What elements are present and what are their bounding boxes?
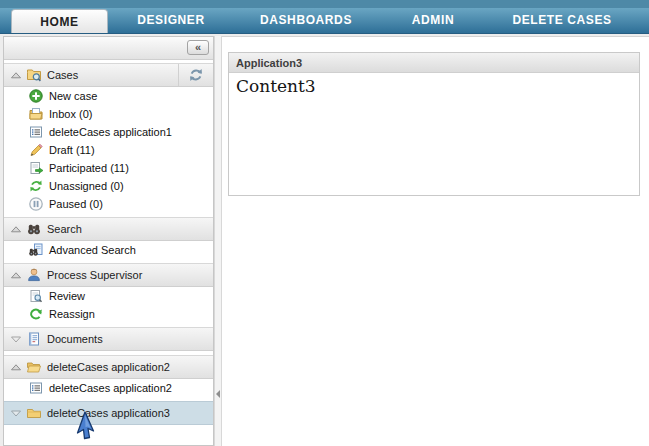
top-strip <box>0 0 649 8</box>
application-window: HOME DESIGNER DASHBOARDS ADMIN DELETE CA… <box>0 0 649 446</box>
participated-arrow-icon <box>28 160 44 176</box>
sidebar-section-cases[interactable]: Cases <box>4 63 213 87</box>
sidebar-item-label: Advanced Search <box>49 244 136 256</box>
main-content: Application3 Content3 <box>222 36 649 446</box>
unassigned-recycle-icon <box>28 178 44 194</box>
application-panel: Application3 Content3 <box>228 52 640 196</box>
case-list-icon <box>28 380 44 396</box>
panel-content-text: Content3 <box>236 76 316 96</box>
sidebar-item-advanced-search[interactable]: Advanced Search <box>4 241 213 259</box>
sidebar-section-search[interactable]: Search <box>4 217 213 241</box>
sidebar-item-label: deleteCases application1 <box>49 126 172 138</box>
sidebar-item-review[interactable]: Review <box>4 287 213 305</box>
triangle-down-icon <box>10 333 22 345</box>
sidebar-item-deletecases-application1[interactable]: deleteCases application1 <box>4 123 213 141</box>
sidebar-section-deletecases-application2[interactable]: deleteCases application2 <box>4 355 213 379</box>
triangle-up-icon <box>10 223 22 235</box>
tab-admin[interactable]: ADMIN <box>375 8 491 33</box>
sidebar-item-label: Inbox (0) <box>49 108 92 120</box>
sidebar-section-label: deleteCases application2 <box>47 361 170 373</box>
tab-home[interactable]: HOME <box>11 9 108 33</box>
sidebar-item-label: Draft (11) <box>49 144 95 156</box>
sidebar-section-label: deleteCases application3 <box>47 407 170 419</box>
sidebar-item-participated[interactable]: Participated (11) <box>4 159 213 177</box>
sidebar-item-new-case[interactable]: New case <box>4 87 213 105</box>
paused-icon <box>28 196 44 212</box>
sidebar-item-label: New case <box>49 90 97 102</box>
sidebar-toolbar: « <box>4 37 213 60</box>
panel-title: Application3 <box>236 57 302 69</box>
sidebar-section-label: Cases <box>47 69 78 81</box>
reassign-arrow-icon <box>28 306 44 322</box>
sidebar-section-label: Documents <box>47 333 103 345</box>
review-magnifier-icon <box>28 288 44 304</box>
main-navbar: HOME DESIGNER DASHBOARDS ADMIN DELETE CA… <box>0 8 649 34</box>
refresh-icon[interactable] <box>187 66 205 84</box>
refresh-cell <box>178 64 213 86</box>
sidebar-item-label: Reassign <box>49 308 95 320</box>
splitter[interactable] <box>214 36 222 446</box>
sidebar-item-paused[interactable]: Paused (0) <box>4 195 213 213</box>
case-list-icon <box>28 124 44 140</box>
panel-header: Application3 <box>229 53 639 73</box>
sidebar-item-label: Unassigned (0) <box>49 180 124 192</box>
tab-dashboards[interactable]: DASHBOARDS <box>245 8 367 33</box>
supervisor-person-icon <box>26 267 42 283</box>
cases-folder-search-icon <box>26 67 42 83</box>
splitter-collapse-icon[interactable] <box>216 390 220 398</box>
draft-pencil-icon <box>28 142 44 158</box>
sidebar-item-reassign[interactable]: Reassign <box>4 305 213 323</box>
sidebar-item-label: deleteCases application2 <box>49 382 172 394</box>
sidebar-section-deletecases-application3[interactable]: deleteCases application3 <box>4 401 213 425</box>
advanced-search-icon <box>28 242 44 258</box>
triangle-up-icon <box>10 269 22 281</box>
binoculars-icon <box>26 221 42 237</box>
panel-body: Content3 <box>229 73 639 99</box>
folder-closed-icon <box>26 405 42 421</box>
sidebar: « Cases <box>3 36 214 446</box>
documents-icon <box>26 331 42 347</box>
new-case-plus-icon <box>28 88 44 104</box>
sidebar-item-deletecases-application2[interactable]: deleteCases application2 <box>4 379 213 397</box>
tab-delete-cases[interactable]: DELETE CASES <box>498 8 626 33</box>
sidebar-section-process-supervisor[interactable]: Process Supervisor <box>4 263 213 287</box>
inbox-folder-icon <box>28 106 44 122</box>
sidebar-section-label: Process Supervisor <box>47 269 142 281</box>
triangle-down-icon <box>10 407 22 419</box>
collapse-sidebar-button[interactable]: « <box>187 40 209 55</box>
triangle-up-icon <box>10 361 22 373</box>
triangle-up-icon <box>10 69 22 81</box>
sidebar-item-unassigned[interactable]: Unassigned (0) <box>4 177 213 195</box>
sidebar-item-label: Review <box>49 290 85 302</box>
sidebar-item-label: Participated (11) <box>49 162 129 174</box>
sidebar-item-label: Paused (0) <box>49 198 103 210</box>
sidebar-item-draft[interactable]: Draft (11) <box>4 141 213 159</box>
sidebar-section-documents[interactable]: Documents <box>4 327 213 351</box>
sidebar-item-inbox[interactable]: Inbox (0) <box>4 105 213 123</box>
sidebar-section-label: Search <box>47 223 82 235</box>
folder-open-icon <box>26 359 42 375</box>
tab-designer[interactable]: DESIGNER <box>115 8 227 33</box>
